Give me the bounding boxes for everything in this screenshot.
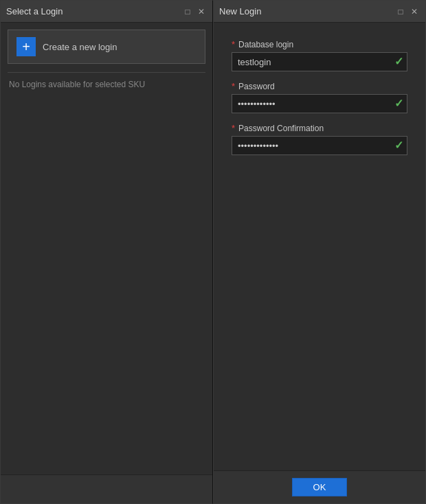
left-minimize-button[interactable]: □ bbox=[182, 6, 193, 17]
password-confirm-required-star: * bbox=[232, 123, 235, 133]
db-login-input[interactable] bbox=[232, 52, 407, 71]
left-title: Select a Login bbox=[6, 6, 63, 16]
right-panel-content: * Database login ✓ * Password ✓ bbox=[214, 23, 425, 470]
ok-button[interactable]: OK bbox=[292, 478, 347, 496]
db-login-required-star: * bbox=[232, 39, 235, 49]
left-close-button[interactable]: ✕ bbox=[196, 6, 207, 17]
left-title-controls: □ ✕ bbox=[182, 6, 207, 17]
right-panel: New Login □ ✕ * Database login ✓ bbox=[213, 0, 426, 504]
left-panel: Select a Login □ ✕ + Create a new login … bbox=[0, 0, 213, 504]
form-section: * Database login ✓ * Password ✓ bbox=[221, 30, 418, 165]
db-login-label: * Database login bbox=[232, 39, 407, 49]
create-login-label: Create a new login bbox=[43, 42, 117, 52]
right-title-bar: New Login □ ✕ bbox=[214, 1, 425, 23]
password-group: * Password ✓ bbox=[232, 81, 407, 113]
password-input-wrap: ✓ bbox=[232, 94, 407, 113]
right-panel-footer: OK bbox=[214, 470, 425, 503]
right-title: New Login bbox=[219, 6, 261, 16]
password-confirm-input[interactable] bbox=[232, 136, 407, 155]
db-login-group: * Database login ✓ bbox=[232, 39, 407, 71]
password-check-icon: ✓ bbox=[394, 98, 403, 109]
no-logins-message: No Logins available for selected SKU bbox=[8, 72, 205, 92]
password-confirm-label: * Password Confirmation bbox=[232, 123, 407, 133]
plus-icon: + bbox=[16, 37, 36, 56]
db-login-check-icon: ✓ bbox=[394, 56, 403, 67]
db-login-input-wrap: ✓ bbox=[232, 52, 407, 71]
password-confirm-group: * Password Confirmation ✓ bbox=[232, 123, 407, 155]
password-required-star: * bbox=[232, 81, 235, 91]
password-input[interactable] bbox=[232, 94, 407, 113]
right-minimize-button[interactable]: □ bbox=[395, 6, 406, 17]
left-panel-content: + Create a new login No Logins available… bbox=[1, 23, 212, 474]
create-new-login-button[interactable]: + Create a new login bbox=[8, 30, 205, 64]
left-title-bar: Select a Login □ ✕ bbox=[1, 1, 212, 23]
password-confirm-input-wrap: ✓ bbox=[232, 136, 407, 155]
left-footer bbox=[1, 474, 212, 503]
password-label: * Password bbox=[232, 81, 407, 91]
right-title-controls: □ ✕ bbox=[395, 6, 420, 17]
password-confirm-check-icon: ✓ bbox=[394, 140, 403, 151]
right-close-button[interactable]: ✕ bbox=[409, 6, 420, 17]
